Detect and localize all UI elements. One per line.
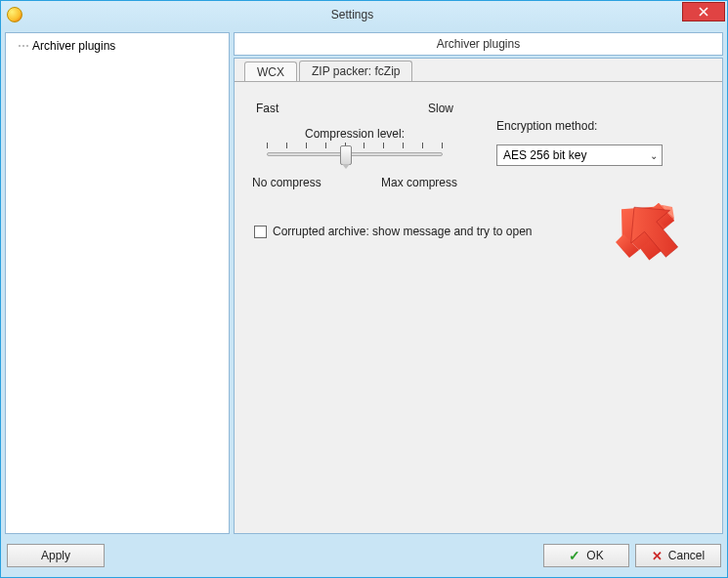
encryption-block: Encryption method: AES 256 bit key ⌄ (496, 102, 692, 189)
close-button[interactable] (682, 2, 725, 21)
check-icon: ✓ (569, 548, 580, 563)
window-title: Settings (22, 8, 682, 21)
svg-marker-14 (649, 203, 674, 227)
compression-slider[interactable] (267, 143, 443, 170)
encryption-method-dropdown[interactable]: AES 256 bit key ⌄ (496, 144, 663, 166)
panel-title: Archiver plugins (234, 32, 723, 56)
slider-ticks (267, 143, 443, 148)
chevron-down-icon: ⌄ (650, 150, 658, 161)
svg-marker-13 (659, 203, 674, 221)
slider-track (267, 152, 443, 156)
category-tree[interactable]: ⋯ Archiver plugins (5, 32, 230, 534)
ok-button[interactable]: ✓ OK (543, 544, 629, 567)
corrupted-archive-label: Corrupted archive: show message and try … (273, 225, 532, 238)
compression-block: Fast Slow Compression level: (252, 102, 457, 189)
button-label: OK (586, 549, 603, 562)
svg-marker-9 (663, 205, 674, 219)
cancel-button[interactable]: ✕ Cancel (635, 544, 721, 567)
compression-level-label: Compression level: (252, 127, 457, 141)
tab-label: ZIP packer: fcZip (312, 64, 400, 78)
dropdown-selected: AES 256 bit key (503, 148, 586, 162)
close-icon (699, 7, 708, 17)
tree-item-label: Archiver plugins (32, 39, 115, 53)
app-icon (7, 7, 22, 22)
tabs: WCX ZIP packer: fcZip (235, 58, 722, 81)
corrupted-archive-option[interactable]: Corrupted archive: show message and try … (254, 225, 705, 238)
max-compress-label: Max compress (381, 176, 457, 189)
slider-thumb[interactable] (340, 145, 352, 165)
slow-label: Slow (428, 102, 453, 115)
button-label: Apply (41, 549, 70, 562)
x-icon: ✕ (652, 549, 663, 563)
encryption-method-label: Encryption method: (496, 119, 692, 133)
titlebar: Settings (1, 1, 727, 28)
settings-window: Settings ⋯ Archiver plugins Archiver plu… (0, 0, 728, 578)
tree-item-archiver-plugins[interactable]: ⋯ Archiver plugins (8, 37, 227, 55)
tree-expand-icon: ⋯ (18, 39, 28, 53)
button-label: Cancel (668, 549, 705, 562)
fast-label: Fast (256, 102, 278, 115)
tab-body: Fast Slow Compression level: (235, 81, 722, 532)
panel-content: WCX ZIP packer: fcZip Fast Slow Com (234, 58, 723, 534)
apply-button[interactable]: Apply (7, 544, 105, 567)
corrupted-archive-checkbox[interactable] (254, 226, 267, 238)
tab-zip-packer[interactable]: ZIP packer: fcZip (299, 61, 412, 82)
footer: Apply ✓ OK ✕ Cancel (5, 538, 723, 573)
no-compress-label: No compress (252, 176, 321, 189)
tab-label: WCX (257, 65, 284, 79)
tab-wcx[interactable]: WCX (244, 62, 297, 82)
